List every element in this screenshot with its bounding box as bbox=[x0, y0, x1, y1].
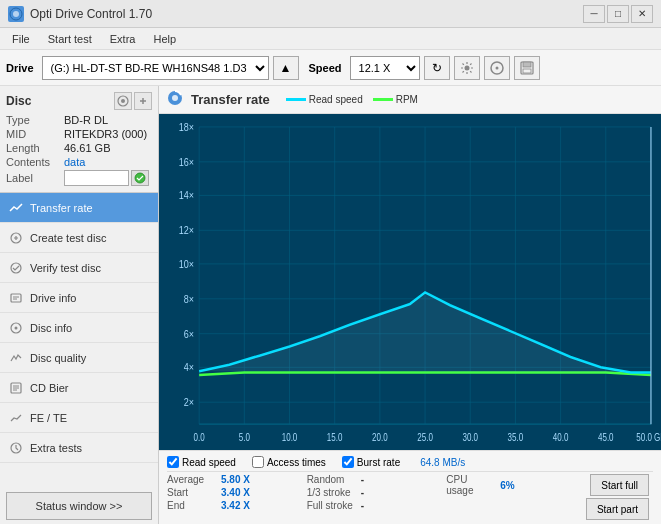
checkbox-access-times-input[interactable] bbox=[252, 456, 264, 468]
disc-button[interactable] bbox=[484, 56, 510, 80]
nav-item-verify-test-disc[interactable]: Verify test disc bbox=[0, 253, 158, 283]
checkbox-read-speed[interactable]: Read speed bbox=[167, 456, 236, 468]
checkbox-burst-rate-label: Burst rate bbox=[357, 457, 400, 468]
disc-type-row: Type BD-R DL bbox=[6, 114, 152, 126]
svg-rect-13 bbox=[11, 294, 21, 302]
maximize-button[interactable]: □ bbox=[607, 5, 629, 23]
disc-mid-row: MID RITEKDR3 (000) bbox=[6, 128, 152, 140]
content-area: Transfer rate Read speed RPM bbox=[159, 86, 661, 524]
svg-rect-6 bbox=[523, 62, 531, 67]
disc-contents-value: data bbox=[64, 156, 85, 168]
extra-tests-icon bbox=[8, 440, 24, 456]
svg-text:18×: 18× bbox=[179, 121, 194, 133]
save-button[interactable] bbox=[514, 56, 540, 80]
create-test-disc-icon bbox=[8, 230, 24, 246]
chart-svg: 18× 16× 14× 12× 10× 8× 6× 4× 2× 0.0 5.0 … bbox=[159, 114, 661, 450]
checkbox-burst-rate[interactable]: Burst rate bbox=[342, 456, 400, 468]
nav-item-create-test-disc[interactable]: Create test disc bbox=[0, 223, 158, 253]
svg-point-4 bbox=[495, 66, 498, 69]
disc-icon-btn-2[interactable] bbox=[134, 92, 152, 110]
svg-point-19 bbox=[172, 95, 178, 101]
nav-item-fe-te-label: FE / TE bbox=[30, 412, 67, 424]
legend-read-speed: Read speed bbox=[286, 94, 363, 105]
svg-text:2×: 2× bbox=[184, 396, 194, 408]
disc-label-button[interactable] bbox=[131, 170, 149, 186]
menu-help[interactable]: Help bbox=[145, 31, 184, 47]
app-title: Opti Drive Control 1.70 bbox=[30, 7, 152, 21]
disc-type-value: BD-R DL bbox=[64, 114, 108, 126]
svg-text:0.0: 0.0 bbox=[194, 432, 205, 443]
stats-start-row: Start 3.40 X bbox=[167, 487, 307, 498]
nav-item-extra-tests-label: Extra tests bbox=[30, 442, 82, 454]
refresh-button[interactable]: ↻ bbox=[424, 56, 450, 80]
start-part-button[interactable]: Start part bbox=[586, 498, 649, 520]
disc-label-input[interactable] bbox=[64, 170, 129, 186]
checkbox-read-speed-input[interactable] bbox=[167, 456, 179, 468]
eject-button[interactable]: ▲ bbox=[273, 56, 299, 80]
nav-item-extra-tests[interactable]: Extra tests bbox=[0, 433, 158, 463]
svg-point-10 bbox=[135, 173, 145, 183]
stats-fullstroke-label: Full stroke bbox=[307, 500, 357, 511]
svg-text:50.0 GB: 50.0 GB bbox=[636, 432, 661, 443]
minimize-button[interactable]: ─ bbox=[583, 5, 605, 23]
stats-col-3: CPU usage 6% bbox=[446, 474, 586, 520]
stats-average-row: Average 5.80 X bbox=[167, 474, 307, 485]
menu-extra[interactable]: Extra bbox=[102, 31, 144, 47]
nav-item-transfer-rate[interactable]: Transfer rate bbox=[0, 193, 158, 223]
nav-item-disc-info[interactable]: Disc info bbox=[0, 313, 158, 343]
nav-item-disc-info-label: Disc info bbox=[30, 322, 72, 334]
svg-text:10×: 10× bbox=[179, 258, 194, 270]
svg-text:45.0: 45.0 bbox=[598, 432, 614, 443]
checkbox-access-times[interactable]: Access times bbox=[252, 456, 326, 468]
start-full-button[interactable]: Start full bbox=[590, 474, 649, 496]
disc-type-label: Type bbox=[6, 114, 64, 126]
disc-icon-btn-1[interactable] bbox=[114, 92, 132, 110]
disc-length-label: Length bbox=[6, 142, 64, 154]
svg-rect-20 bbox=[159, 114, 661, 450]
nav-item-fe-te[interactable]: FE / TE bbox=[0, 403, 158, 433]
nav-item-create-test-disc-label: Create test disc bbox=[30, 232, 106, 244]
legend-read-speed-color bbox=[286, 98, 306, 101]
disc-length-value: 46.61 GB bbox=[64, 142, 110, 154]
stats-end-label: End bbox=[167, 500, 217, 511]
menu-bar: File Start test Extra Help bbox=[0, 28, 661, 50]
svg-text:15.0: 15.0 bbox=[327, 432, 343, 443]
svg-text:14×: 14× bbox=[179, 189, 194, 201]
settings-button[interactable] bbox=[454, 56, 480, 80]
menu-file[interactable]: File bbox=[4, 31, 38, 47]
disc-contents-row: Contents data bbox=[6, 156, 152, 168]
stats-col-1: Average 5.80 X Start 3.40 X End 3.42 X bbox=[167, 474, 307, 520]
stats-stroke13-row: 1/3 stroke - bbox=[307, 487, 447, 498]
menu-start-test[interactable]: Start test bbox=[40, 31, 100, 47]
drive-info-icon bbox=[8, 290, 24, 306]
svg-point-15 bbox=[15, 326, 18, 329]
svg-point-1 bbox=[13, 11, 19, 17]
chart-header: Transfer rate Read speed RPM bbox=[159, 86, 661, 114]
legend-rpm-label: RPM bbox=[396, 94, 418, 105]
drive-select[interactable]: (G:) HL-DT-ST BD-RE WH16NS48 1.D3 bbox=[42, 56, 269, 80]
stats-random-label: Random bbox=[307, 474, 357, 485]
disc-label-label: Label bbox=[6, 172, 64, 184]
nav-item-drive-info[interactable]: Drive info bbox=[0, 283, 158, 313]
nav-item-cd-bier[interactable]: CD Bier bbox=[0, 373, 158, 403]
svg-text:40.0: 40.0 bbox=[553, 432, 569, 443]
stats-fullstroke-row: Full stroke - bbox=[307, 500, 447, 511]
stats-start-label: Start bbox=[167, 487, 217, 498]
stats-end-row: End 3.42 X bbox=[167, 500, 307, 511]
speed-select[interactable]: 12.1 X bbox=[350, 56, 420, 80]
svg-text:30.0: 30.0 bbox=[462, 432, 478, 443]
checkbox-burst-rate-input[interactable] bbox=[342, 456, 354, 468]
disc-icon-buttons bbox=[114, 92, 152, 110]
chart-icon bbox=[167, 90, 183, 109]
chart-title: Transfer rate bbox=[191, 92, 270, 107]
close-button[interactable]: ✕ bbox=[631, 5, 653, 23]
nav-item-disc-quality[interactable]: Disc quality bbox=[0, 343, 158, 373]
disc-quality-icon bbox=[8, 350, 24, 366]
svg-text:5.0: 5.0 bbox=[239, 432, 250, 443]
disc-mid-value: RITEKDR3 (000) bbox=[64, 128, 147, 140]
nav-items: Transfer rate Create test disc Verify te… bbox=[0, 193, 158, 488]
nav-item-drive-info-label: Drive info bbox=[30, 292, 76, 304]
status-window-button[interactable]: Status window >> bbox=[6, 492, 152, 520]
stats-end-value: 3.42 X bbox=[221, 500, 250, 511]
stats-bar: Read speed Access times Burst rate 64.8 … bbox=[159, 450, 661, 524]
